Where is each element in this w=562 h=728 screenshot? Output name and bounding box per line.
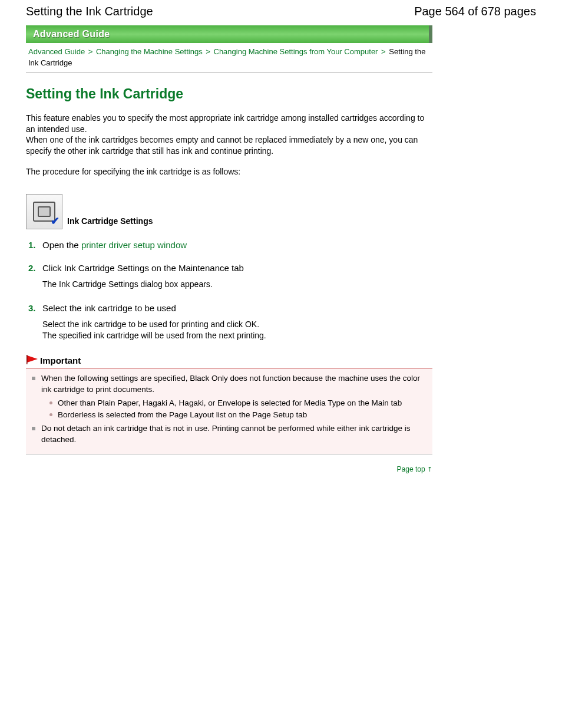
intro-paragraph-2: The procedure for specifying the ink car… bbox=[26, 166, 432, 177]
svg-rect-1 bbox=[27, 355, 28, 364]
icon-label: Ink Cartridge Settings bbox=[67, 216, 153, 229]
step-2-head: Click Ink Cartridge Settings on the Main… bbox=[42, 263, 244, 273]
breadcrumb-link-1[interactable]: Changing the Machine Settings bbox=[96, 47, 203, 56]
page-indicator: Page 564 of 678 pages bbox=[414, 5, 536, 18]
step-3-head: Select the ink cartridge to be used bbox=[42, 303, 176, 313]
intro-paragraph-1: This feature enables you to specify the … bbox=[26, 113, 432, 157]
important-item-1-text: When the following settings are specifie… bbox=[41, 374, 420, 394]
important-header: Important bbox=[26, 354, 432, 368]
ink-cartridge-settings-icon: ✔ bbox=[26, 194, 62, 229]
section-banner: Advanced Guide bbox=[26, 25, 432, 43]
step-number: 1. bbox=[28, 240, 36, 250]
up-arrow-icon: ⤒ bbox=[427, 466, 432, 473]
page-top-link[interactable]: Page top bbox=[397, 465, 425, 473]
step-2-sub: The Ink Cartridge Settings dialog box ap… bbox=[42, 279, 432, 290]
svg-marker-0 bbox=[27, 355, 38, 363]
flag-icon bbox=[26, 354, 39, 367]
banner-label: Advanced Guide bbox=[33, 29, 110, 39]
doc-title: Setting the Ink Cartridge bbox=[26, 5, 153, 18]
breadcrumb-link-0[interactable]: Advanced Guide bbox=[28, 47, 85, 56]
important-subitem-1: Other than Plain Paper, Hagaki A, Hagaki… bbox=[49, 398, 428, 409]
important-label: Important bbox=[40, 355, 81, 365]
breadcrumb-sep: > bbox=[381, 47, 386, 56]
important-box: When the following settings are specifie… bbox=[26, 368, 432, 454]
important-item-1: When the following settings are specifie… bbox=[31, 373, 428, 421]
step-number: 2. bbox=[28, 263, 36, 273]
step-3: 3. Select the ink cartridge to be used S… bbox=[26, 303, 432, 341]
step-1: 1. Open the printer driver setup window bbox=[26, 240, 432, 250]
important-subitem-2: Borderless is selected from the Page Lay… bbox=[49, 410, 428, 421]
intro-text-2: When one of the ink cartridges becomes e… bbox=[26, 135, 418, 156]
breadcrumb: Advanced Guide > Changing the Machine Se… bbox=[26, 45, 432, 73]
breadcrumb-sep: > bbox=[206, 47, 210, 56]
step-1-text: Open the bbox=[42, 240, 81, 250]
step-3-sub: Select the ink cartridge to be used for … bbox=[42, 319, 432, 341]
important-item-2: Do not detach an ink cartridge that is n… bbox=[31, 423, 428, 446]
checkmark-icon: ✔ bbox=[51, 215, 59, 228]
step-number: 3. bbox=[28, 303, 36, 313]
printer-driver-setup-link[interactable]: printer driver setup window bbox=[81, 240, 187, 250]
breadcrumb-sep: > bbox=[88, 47, 93, 56]
breadcrumb-link-2[interactable]: Changing Machine Settings from Your Comp… bbox=[214, 47, 378, 56]
step-2: 2. Click Ink Cartridge Settings on the M… bbox=[26, 263, 432, 290]
page-title: Setting the Ink Cartridge bbox=[26, 86, 432, 102]
intro-text-1: This feature enables you to specify the … bbox=[26, 113, 424, 134]
